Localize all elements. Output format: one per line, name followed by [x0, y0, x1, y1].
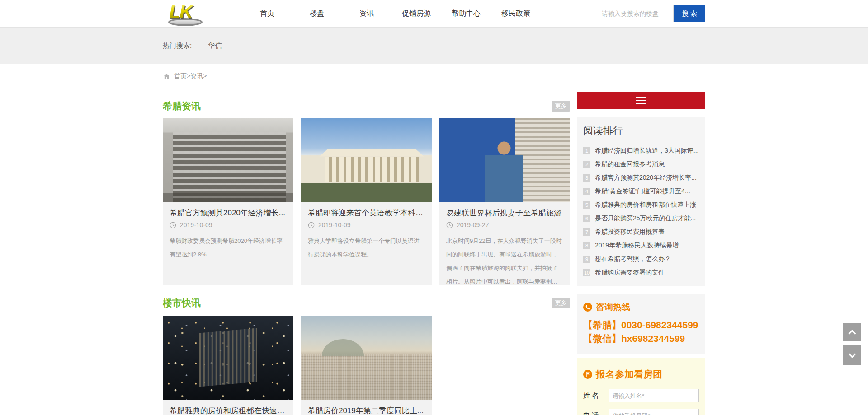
rank-number: 1 — [583, 147, 590, 154]
ranking-panel: 阅读排行 1 希腊经济回归增长轨道，3大国际评... 2 希腊的租金回报参考消息… — [577, 117, 705, 286]
article-thumbnail[interactable] — [301, 118, 432, 202]
search-button[interactable]: 搜 索 — [674, 5, 705, 22]
article-summary: 雅典大学即将设立希腊第一个专门以英语进行授课的本科学位课程。... — [308, 234, 425, 261]
hotline-title: 咨询热线 — [596, 301, 630, 313]
rank-number: 4 — [583, 188, 590, 195]
rank-number: 9 — [583, 256, 590, 263]
hot-search-keywords: 华信 — [192, 42, 222, 50]
ranking-item[interactable]: 8 2019年希腊移民人数持续暴增 — [583, 239, 699, 252]
breadcrumb-item[interactable]: 资讯> — [190, 72, 207, 79]
ranking-item-text: 是否只能购买25万欧元的住房才能... — [595, 214, 696, 223]
sidebar-menu-bar[interactable] — [577, 92, 705, 109]
nav-item[interactable]: 帮助中心 — [441, 0, 491, 27]
section-market-news: 楼市快讯 更多 希腊雅典的房价和房租都在快速上涨 希腊 — [163, 296, 570, 415]
phone-icon — [583, 303, 592, 312]
ranking-item-text: 希腊官方预测其2020年经济增长率... — [595, 174, 697, 182]
nav-item[interactable]: 移民政策 — [491, 0, 541, 27]
nav-item[interactable]: 资讯 — [342, 0, 392, 27]
ranking-item[interactable]: 7 希腊投资移民费用概算表 — [583, 225, 699, 239]
hotline-panel: 咨询热线 【希腊】0030-6982344599【微信】hx6982344599 — [577, 294, 705, 354]
article-date: 2019-10-09 — [180, 221, 212, 228]
ranking-item-text: 希腊购房需要签署的文件 — [595, 269, 665, 277]
ranking-item-text: 想在希腊考驾照，怎么办？ — [595, 255, 671, 263]
clock-icon — [170, 222, 176, 228]
ranking-item-text: 希腊经济回归增长轨道，3大国际评... — [595, 147, 698, 155]
rank-number: 6 — [583, 215, 590, 222]
ranking-item[interactable]: 1 希腊经济回归增长轨道，3大国际评... — [583, 144, 699, 158]
article-columns: 希腊资讯 更多 希腊官方预测其2020年经济增长... — [163, 92, 570, 415]
breadcrumb: 首页>资讯> — [163, 72, 705, 80]
scroll-up-button[interactable] — [843, 323, 861, 341]
article-thumbnail[interactable] — [163, 118, 293, 202]
rank-number: 10 — [583, 269, 590, 276]
hot-search-bar: 热门搜索: 华信 — [0, 27, 868, 64]
article-card[interactable]: 希腊即将迎来首个英语教学本科学... 2019-10-09 雅典大学即将设立希腊… — [301, 118, 432, 285]
ranking-item-text: 希腊“黄金签证”门槛可能提升至4... — [595, 187, 690, 196]
section-title-market-news: 楼市快讯 — [163, 297, 201, 309]
main-menu: 首页楼盘资讯促销房源帮助中心移民政策 — [242, 0, 541, 27]
nav-item[interactable]: 促销房源 — [392, 0, 441, 27]
article-date: 2019-09-27 — [457, 221, 489, 228]
clock-icon — [308, 222, 315, 228]
more-button-greece-news[interactable]: 更多 — [552, 101, 570, 112]
form-label: 姓 名 — [583, 392, 609, 400]
hot-search-label: 热门搜索: — [163, 42, 192, 50]
site-logo[interactable]: LK — [163, 0, 210, 27]
rank-number: 3 — [583, 174, 590, 182]
ranking-item[interactable]: 2 希腊的租金回报参考消息 — [583, 158, 699, 171]
section-title-greece-news: 希腊资讯 — [163, 100, 201, 112]
rank-number: 5 — [583, 201, 590, 209]
hamburger-icon — [636, 100, 646, 101]
main-content: 希腊资讯 更多 希腊官方预测其2020年经济增长... — [163, 92, 705, 415]
section-greece-news: 希腊资讯 更多 希腊官方预测其2020年经济增长... — [163, 99, 570, 285]
ranking-item-text: 希腊投资移民费用概算表 — [595, 228, 665, 236]
ranking-item[interactable]: 10 希腊购房需要签署的文件 — [583, 266, 699, 280]
clock-icon — [446, 222, 453, 228]
article-thumbnail[interactable] — [439, 118, 570, 202]
hot-search-keyword[interactable]: 华信 — [208, 42, 222, 49]
article-title[interactable]: 希腊雅典的房价和房租都在快速上涨 — [170, 405, 287, 415]
home-icon[interactable] — [163, 73, 170, 80]
hotline-number: 【希腊】0030-6982344599【微信】hx6982344599 — [583, 318, 699, 345]
nav-item[interactable]: 楼盘 — [292, 0, 342, 27]
search-input[interactable] — [596, 5, 674, 22]
form-input[interactable] — [609, 389, 699, 402]
article-title[interactable]: 希腊房价2019年第二季度同比上... — [308, 405, 425, 415]
logo-text: LK — [169, 0, 210, 23]
rank-number: 2 — [583, 161, 590, 168]
chevron-down-icon — [849, 350, 856, 358]
chevron-up-icon — [849, 330, 856, 337]
article-date: 2019-10-09 — [318, 221, 351, 228]
signup-form-row: 姓 名 — [583, 389, 699, 402]
article-title[interactable]: 希腊官方预测其2020年经济增长... — [170, 207, 287, 219]
article-card[interactable]: 易建联世界杯后携妻子至希腊旅游 2019-09-27 北京时间9月22日，在大众… — [439, 118, 570, 285]
ranking-item[interactable]: 6 是否只能购买25万欧元的住房才能... — [583, 212, 699, 225]
article-summary: 希腊财政委员会预测希腊2020年经济增长率有望达到2.8%... — [170, 234, 287, 261]
article-summary: 北京时间9月22日，在大众视野消失了一段时间的阿联终于出现。有球迷在希腊旅游时，… — [446, 234, 563, 285]
form-input[interactable] — [609, 409, 699, 415]
rank-number: 8 — [583, 242, 590, 249]
article-thumbnail[interactable] — [163, 316, 293, 400]
article-thumbnail[interactable] — [301, 316, 432, 400]
ranking-item[interactable]: 4 希腊“黄金签证”门槛可能提升至4... — [583, 185, 699, 198]
top-navigation: LK 首页楼盘资讯促销房源帮助中心移民政策 搜 索 — [0, 0, 868, 27]
article-card[interactable]: 希腊房价2019年第二季度同比上... — [301, 316, 432, 415]
form-label: 电 话 — [583, 411, 609, 415]
article-title[interactable]: 易建联世界杯后携妻子至希腊旅游 — [446, 207, 563, 219]
signup-form-row: 电 话 — [583, 409, 699, 415]
signup-title: 报名参加看房团 — [596, 368, 662, 381]
article-card[interactable]: 希腊官方预测其2020年经济增长... 2019-10-09 希腊财政委员会预测… — [163, 118, 293, 285]
flag-icon — [583, 370, 592, 379]
breadcrumb-item[interactable]: 首页> — [174, 72, 190, 79]
scroll-down-button[interactable] — [843, 345, 861, 365]
ranking-item[interactable]: 9 想在希腊考驾照，怎么办？ — [583, 252, 699, 266]
more-button-market-news[interactable]: 更多 — [552, 298, 570, 308]
ranking-item-text: 希腊雅典的房价和房租都在快速上涨 — [595, 201, 696, 209]
ranking-item[interactable]: 5 希腊雅典的房价和房租都在快速上涨 — [583, 198, 699, 212]
ranking-title: 阅读排行 — [583, 124, 699, 138]
nav-item[interactable]: 首页 — [242, 0, 292, 27]
ranking-item[interactable]: 3 希腊官方预测其2020年经济增长率... — [583, 171, 699, 185]
ranking-item-text: 希腊的租金回报参考消息 — [595, 160, 665, 168]
article-title[interactable]: 希腊即将迎来首个英语教学本科学... — [308, 207, 425, 219]
article-card[interactable]: 希腊雅典的房价和房租都在快速上涨 — [163, 316, 293, 415]
